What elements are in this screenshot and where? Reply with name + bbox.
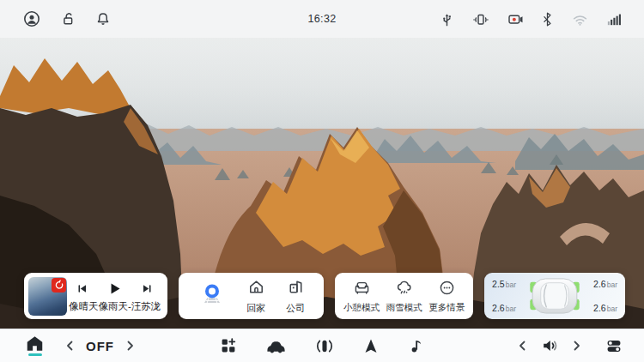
climate-control: OFF <box>64 339 136 353</box>
more-scenes-label: 更多情景 <box>428 302 465 314</box>
scene-modes-widget: 小憩模式 雨雪模式 <box>335 273 473 319</box>
company-building-icon <box>286 277 306 300</box>
notifications-icon[interactable] <box>94 10 112 27</box>
music-app-button[interactable] <box>408 337 424 354</box>
home-destination-icon <box>246 277 266 300</box>
next-track-button[interactable] <box>141 282 154 295</box>
home-button[interactable] <box>26 335 44 356</box>
tire-pressure-widget[interactable]: 2.5bar 2.6bar <box>484 273 625 319</box>
play-button[interactable] <box>107 281 122 296</box>
more-scenes-button[interactable]: 更多情景 <box>428 278 465 314</box>
previous-track-button[interactable] <box>76 282 88 295</box>
clock: 16:32 <box>308 13 337 25</box>
widget-row: 像晴天像雨天-汪苏泷 <box>24 273 625 319</box>
album-art[interactable] <box>28 277 67 316</box>
open-map-button[interactable] <box>197 280 227 312</box>
recorder-icon <box>506 10 524 28</box>
surround-view-button[interactable] <box>315 337 334 355</box>
car-infotainment-screen: 16:32 <box>0 0 644 362</box>
company-label: 公司 <box>286 302 305 315</box>
sofa-icon <box>352 278 372 301</box>
quick-controls-icon <box>605 337 623 355</box>
tire-pressure-front-right: 2.6bar <box>593 279 617 289</box>
car-icon <box>265 337 287 354</box>
active-tab-indicator <box>28 353 42 356</box>
vehicle-settings-button[interactable] <box>265 337 287 354</box>
navigate-company-button[interactable]: 公司 <box>286 277 306 315</box>
rain-snow-mode-button[interactable]: 雨雪模式 <box>386 278 422 314</box>
nap-mode-button[interactable]: 小憩模式 <box>343 278 380 314</box>
climate-value[interactable]: OFF <box>86 339 114 353</box>
nap-mode-label: 小憩模式 <box>343 302 380 314</box>
apps-button[interactable] <box>220 337 237 354</box>
apps-icon <box>220 337 237 354</box>
navigation-app-button[interactable] <box>362 337 380 355</box>
phone-signal-icon <box>471 10 489 28</box>
music-widget[interactable]: 像晴天像雨天-汪苏泷 <box>24 273 167 319</box>
wifi-icon <box>571 10 589 28</box>
bluetooth-icon <box>540 12 555 27</box>
navigate-home-button[interactable]: 回家 <box>246 277 266 315</box>
signal-bars-icon <box>605 10 623 28</box>
usb-icon <box>439 11 455 27</box>
surround-view-icon <box>315 337 334 355</box>
more-dots-icon <box>437 278 457 301</box>
now-playing-title: 像晴天像雨天-汪苏泷 <box>69 300 161 313</box>
tire-pressure-front-left: 2.5bar <box>492 279 516 289</box>
status-bar: 16:32 <box>0 0 644 38</box>
climate-down-chevron-icon[interactable] <box>64 340 75 352</box>
tire-pressure-rear-left: 2.6bar <box>492 303 516 313</box>
unlock-icon[interactable] <box>59 10 76 27</box>
quick-controls-button[interactable] <box>605 337 623 355</box>
profile-icon[interactable] <box>22 9 41 28</box>
navigation-icon <box>362 337 380 355</box>
volume-icon[interactable] <box>540 337 559 354</box>
volume-up-chevron-icon[interactable] <box>572 340 582 352</box>
home-label: 回家 <box>246 302 265 315</box>
music-icon <box>408 337 424 354</box>
navigation-widget: 回家 公司 <box>179 273 324 319</box>
netease-music-badge-icon <box>52 278 66 293</box>
climate-up-chevron-icon[interactable] <box>125 340 136 352</box>
rain-cloud-icon <box>394 278 414 301</box>
car-top-view-icon <box>528 277 581 315</box>
home-icon <box>26 335 44 352</box>
volume-control <box>517 337 582 354</box>
tire-pressure-rear-right: 2.6bar <box>593 303 617 313</box>
rain-snow-mode-label: 雨雪模式 <box>386 302 422 314</box>
dock: OFF <box>0 329 644 362</box>
map-pin-icon <box>197 280 227 312</box>
volume-down-chevron-icon[interactable] <box>517 340 527 352</box>
